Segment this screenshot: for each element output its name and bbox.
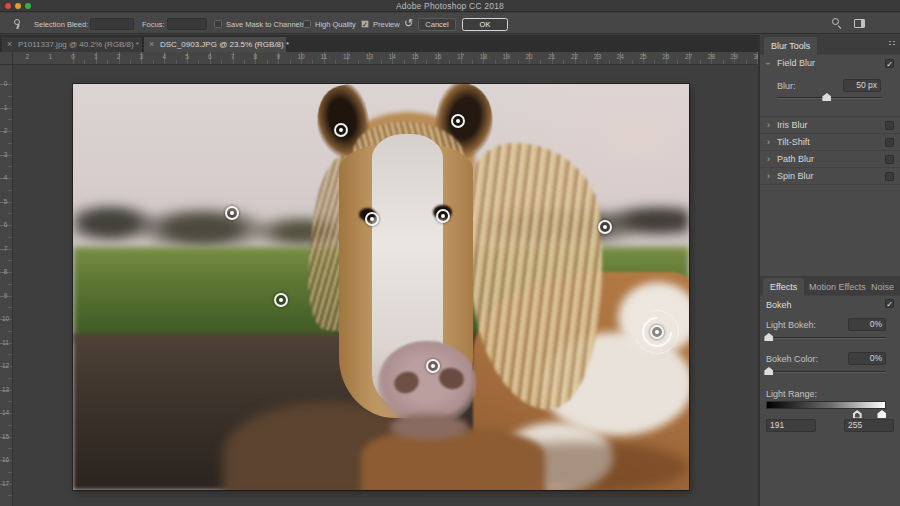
ok-button[interactable]: OK (462, 18, 508, 31)
bokeh-color-slider-track[interactable] (766, 371, 886, 373)
blur-pin[interactable] (365, 212, 379, 226)
path-blur-row[interactable]: › Path Blur (760, 150, 900, 167)
document-tab[interactable]: × P1011337.jpg @ 40.2% (RGB/8) * (2, 37, 143, 52)
save-mask-label: Save Mask to Channels (226, 20, 305, 29)
close-tab-icon[interactable]: × (7, 37, 12, 52)
ruler-number: 4 (0, 175, 11, 181)
bokeh-checkbox[interactable] (885, 299, 894, 308)
canvas-area[interactable] (13, 65, 760, 506)
blur-pin[interactable] (274, 293, 288, 307)
ruler-number: 0 (0, 81, 11, 87)
tab-motion-effects[interactable]: Motion Effects (802, 278, 873, 296)
chevron-right-icon[interactable]: › (767, 117, 770, 134)
bokeh-color-label: Bokeh Color: (766, 354, 818, 364)
light-range-high-marker[interactable] (877, 410, 886, 418)
pin-dot (339, 128, 343, 132)
tilt-shift-row[interactable]: › Tilt-Shift (760, 133, 900, 150)
field-blur-row[interactable]: › Field Blur (760, 55, 900, 72)
blur-tools-panel-tab[interactable]: Blur Tools (764, 37, 817, 55)
spin-blur-checkbox[interactable] (885, 172, 894, 181)
ruler-number: 2 (117, 53, 121, 60)
blur-pin[interactable] (225, 206, 239, 220)
blur-pin-selected[interactable] (650, 325, 664, 339)
ruler-left: 01234567891011121314151617 (0, 65, 13, 506)
light-bokeh-value[interactable]: 0% (848, 318, 886, 331)
ruler-number: 17 (457, 53, 464, 60)
reset-icon[interactable]: ↺ (404, 17, 413, 30)
ruler-number: 1 (94, 53, 98, 60)
pin-dot (230, 211, 234, 215)
pin-dot (603, 225, 607, 229)
save-mask-checkbox[interactable] (214, 20, 222, 28)
pin-dot (456, 119, 460, 123)
blur-pin[interactable] (426, 359, 440, 373)
ruler-number: 7 (0, 246, 11, 252)
bokeh-color-value[interactable]: 0% (848, 352, 886, 365)
ruler-number: 1 (48, 53, 52, 60)
panel-menu-icon[interactable] (888, 40, 896, 46)
blur-pin[interactable] (334, 123, 348, 137)
tab-noise[interactable]: Noise (864, 278, 900, 296)
path-blur-checkbox[interactable] (885, 155, 894, 164)
chevron-right-icon[interactable]: › (767, 168, 770, 185)
blur-pin-tool-icon (13, 19, 22, 28)
blur-slider-thumb[interactable] (822, 93, 831, 101)
ruler-top: 2101234567891011121314151617181920212223… (13, 52, 760, 65)
titlebar: Adobe Photoshop CC 2018 (0, 0, 900, 12)
light-range-label: Light Range: (766, 389, 817, 399)
chevron-right-icon[interactable]: › (767, 151, 770, 168)
selection-bleed-field[interactable] (90, 18, 134, 30)
ruler-number: 13 (0, 387, 11, 393)
light-range-high-value[interactable]: 255 (844, 419, 894, 432)
ruler-number: 18 (480, 53, 487, 60)
light-bokeh-label: Light Bokeh: (766, 320, 816, 330)
bokeh-color-slider-thumb[interactable] (764, 367, 773, 375)
ruler-corner (0, 52, 13, 65)
blur-amount-value[interactable]: 50 px (843, 79, 881, 92)
search-icon[interactable] (832, 18, 843, 29)
photo[interactable] (73, 84, 689, 490)
spin-blur-row[interactable]: › Spin Blur (760, 167, 900, 184)
blur-slider-track[interactable] (777, 97, 882, 99)
spin-blur-label: Spin Blur (777, 168, 814, 185)
workspace-switcher-icon[interactable] (854, 19, 865, 28)
light-range-low-marker[interactable] (853, 410, 862, 418)
ruler-number: 27 (685, 53, 692, 60)
preview-label: Preview (373, 20, 400, 29)
focus-field[interactable] (167, 18, 207, 30)
options-bar: Selection Bleed: Focus: Save Mask to Cha… (0, 13, 900, 34)
ruler-number: 9 (0, 293, 11, 299)
tilt-shift-checkbox[interactable] (885, 138, 894, 147)
chevron-right-icon[interactable]: › (767, 134, 770, 151)
blur-amount-label: Blur: (777, 81, 796, 91)
divider (760, 184, 900, 185)
ruler-number: 19 (503, 53, 510, 60)
iris-blur-row[interactable]: › Iris Blur (760, 116, 900, 133)
blur-pin[interactable] (451, 114, 465, 128)
high-quality-checkbox[interactable] (303, 20, 311, 28)
ruler-number: 15 (411, 53, 418, 60)
light-bokeh-slider-thumb[interactable] (764, 333, 773, 341)
ruler-number: 25 (639, 53, 646, 60)
light-range-low-value[interactable]: 191 (766, 419, 816, 432)
ruler-number: 6 (208, 53, 212, 60)
pin-dot (279, 298, 283, 302)
ruler-number: 26 (662, 53, 669, 60)
ruler-number: 13 (366, 53, 373, 60)
close-tab-icon[interactable]: × (149, 37, 154, 52)
cancel-button[interactable]: Cancel (418, 18, 456, 31)
field-blur-checkbox[interactable] (885, 59, 894, 68)
light-bokeh-slider-track[interactable] (766, 337, 886, 339)
ruler-number: 14 (389, 53, 396, 60)
blur-pin[interactable] (598, 220, 612, 234)
chevron-down-icon[interactable]: › (759, 62, 776, 65)
tab-effects[interactable]: Effects (763, 278, 804, 296)
light-range-gradient-bar[interactable] (766, 401, 886, 409)
right-panel: Blur Tools › Field Blur Blur: 50 px › Ir… (760, 35, 900, 506)
blur-pin[interactable] (436, 209, 450, 223)
iris-blur-checkbox[interactable] (885, 121, 894, 130)
preview-checkbox[interactable] (361, 20, 369, 28)
ruler-number: 28 (708, 53, 715, 60)
ruler-number: 5 (185, 53, 189, 60)
document-tab-active[interactable]: × DSC_0903.JPG @ 23.5% (RGB/8) * (144, 37, 286, 52)
